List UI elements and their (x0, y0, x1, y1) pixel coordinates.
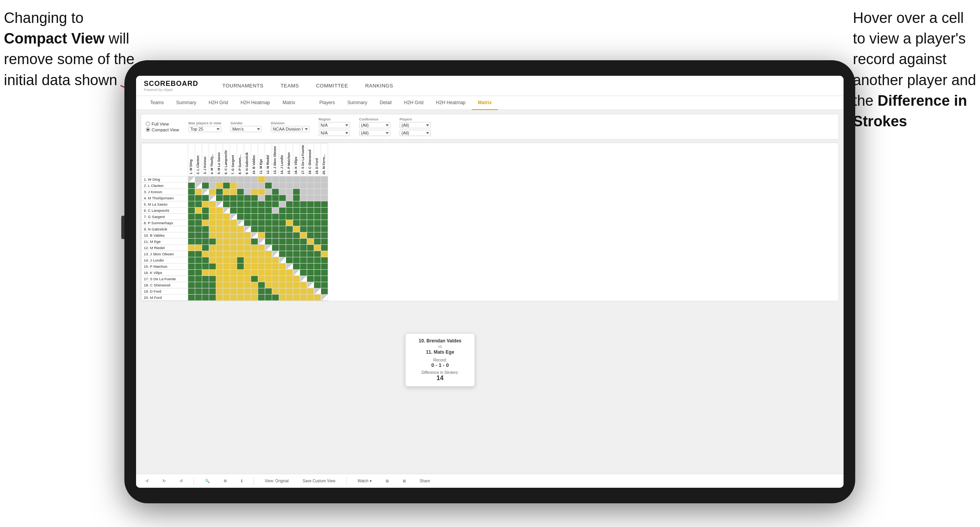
heat-cell[interactable] (307, 195, 314, 201)
heat-cell[interactable] (230, 195, 237, 201)
heat-cell[interactable] (237, 226, 244, 232)
heat-cell[interactable] (321, 257, 328, 263)
heat-cell[interactable] (195, 282, 202, 288)
heat-cell[interactable] (195, 213, 202, 220)
heat-cell[interactable] (265, 294, 272, 300)
heat-cell[interactable] (216, 188, 223, 195)
nav-teams[interactable]: TEAMS (280, 81, 300, 90)
heat-cell[interactable] (237, 182, 244, 188)
heat-cell[interactable] (293, 201, 300, 207)
heat-cell[interactable] (195, 232, 202, 238)
heat-cell[interactable] (237, 188, 244, 195)
heat-cell[interactable] (195, 226, 202, 232)
heat-cell[interactable] (251, 220, 258, 226)
heat-cell[interactable] (258, 195, 265, 201)
heat-cell[interactable] (265, 276, 272, 282)
heat-cell[interactable] (272, 232, 279, 238)
heat-cell[interactable] (216, 276, 223, 282)
heat-cell[interactable] (272, 288, 279, 294)
heat-cell[interactable] (237, 288, 244, 294)
heat-cell[interactable] (244, 195, 251, 201)
heat-cell[interactable] (251, 288, 258, 294)
heat-cell[interactable] (265, 207, 272, 213)
heat-cell[interactable] (307, 263, 314, 269)
heat-cell[interactable] (286, 288, 293, 294)
heat-cell[interactable] (314, 201, 321, 207)
heat-cell[interactable] (307, 207, 314, 213)
heat-cell[interactable] (251, 276, 258, 282)
heat-cell[interactable] (300, 176, 307, 182)
heat-cell[interactable] (272, 282, 279, 288)
heat-cell[interactable] (279, 263, 286, 269)
heat-cell[interactable] (293, 276, 300, 282)
heat-cell[interactable] (265, 269, 272, 276)
heat-cell[interactable] (202, 269, 209, 276)
players-select-1[interactable]: (All) (400, 122, 431, 128)
heat-cell[interactable] (265, 282, 272, 288)
heat-cell[interactable] (307, 251, 314, 257)
heat-cell[interactable] (195, 176, 202, 182)
heat-cell[interactable] (314, 294, 321, 300)
heat-cell[interactable] (251, 201, 258, 207)
heat-cell[interactable] (209, 188, 216, 195)
heat-cell[interactable] (237, 238, 244, 244)
heat-cell[interactable] (286, 269, 293, 276)
heat-cell[interactable] (300, 207, 307, 213)
heat-cell[interactable] (321, 188, 328, 195)
heat-cell[interactable] (202, 220, 209, 226)
heat-cell[interactable] (244, 269, 251, 276)
heat-cell[interactable] (321, 220, 328, 226)
heat-cell[interactable] (272, 238, 279, 244)
heat-cell[interactable] (300, 288, 307, 294)
heat-cell[interactable] (244, 251, 251, 257)
heat-cell[interactable] (195, 276, 202, 282)
heat-cell[interactable] (286, 188, 293, 195)
heat-cell[interactable] (314, 182, 321, 188)
heat-cell[interactable] (188, 195, 195, 201)
heat-cell[interactable] (279, 195, 286, 201)
heat-cell[interactable] (202, 207, 209, 213)
heat-cell[interactable] (188, 263, 195, 269)
tab-h2h-heatmap-2[interactable]: H2H Heatmap (430, 96, 472, 110)
heat-cell[interactable] (251, 182, 258, 188)
heat-cell[interactable] (216, 251, 223, 257)
heat-cell[interactable] (293, 195, 300, 201)
heat-cell[interactable] (251, 207, 258, 213)
heat-cell[interactable] (293, 288, 300, 294)
heat-cell[interactable] (216, 176, 223, 182)
heat-cell[interactable] (237, 251, 244, 257)
heat-cell[interactable] (244, 232, 251, 238)
heat-cell[interactable] (202, 232, 209, 238)
heat-cell[interactable] (188, 282, 195, 288)
tab-h2h-heatmap-1[interactable]: H2H Heatmap (234, 96, 276, 110)
full-view-option[interactable]: Full View (146, 122, 179, 126)
heat-cell[interactable] (202, 201, 209, 207)
heat-cell[interactable] (202, 176, 209, 182)
heat-cell[interactable] (244, 220, 251, 226)
heat-cell[interactable] (216, 195, 223, 201)
heat-cell[interactable] (279, 182, 286, 188)
heat-cell[interactable] (230, 288, 237, 294)
heat-cell[interactable] (307, 188, 314, 195)
heat-cell[interactable] (314, 282, 321, 288)
heat-cell[interactable] (293, 220, 300, 226)
heat-cell[interactable] (286, 176, 293, 182)
heat-cell[interactable] (230, 251, 237, 257)
tab-players[interactable]: Players (313, 96, 341, 110)
heat-cell[interactable] (307, 282, 314, 288)
heat-cell[interactable] (237, 176, 244, 182)
heat-cell[interactable] (300, 282, 307, 288)
heat-cell[interactable] (314, 213, 321, 220)
heat-cell[interactable] (300, 232, 307, 238)
heat-cell[interactable] (223, 269, 230, 276)
heat-cell[interactable] (300, 263, 307, 269)
heat-cell[interactable] (216, 282, 223, 288)
heat-cell[interactable] (230, 188, 237, 195)
heat-cell[interactable] (286, 182, 293, 188)
heat-cell[interactable] (251, 282, 258, 288)
tab-summary-2[interactable]: Summary (341, 96, 373, 110)
heat-cell[interactable] (314, 220, 321, 226)
heat-cell[interactable] (230, 269, 237, 276)
layout-button[interactable]: ⊞ (383, 478, 392, 484)
heat-cell[interactable] (223, 195, 230, 201)
